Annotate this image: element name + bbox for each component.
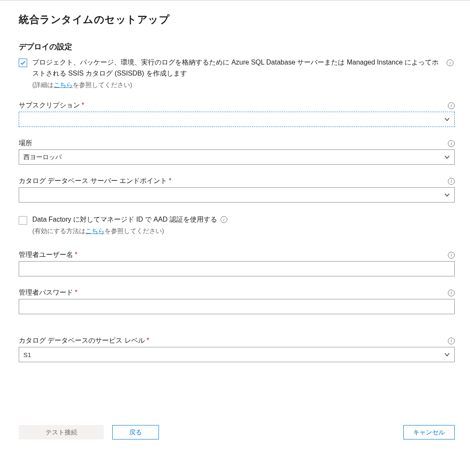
location-value: 西ヨーロッパ (23, 153, 444, 161)
ssisdb-hint-link[interactable]: こちら (54, 81, 73, 88)
info-icon[interactable]: i (448, 252, 455, 259)
chevron-down-icon (444, 154, 450, 160)
info-icon: i (447, 59, 453, 66)
ssisdb-checkbox-row: プロジェクト、パッケージ、環境、実行のログを格納するために Azure SQL … (19, 57, 455, 89)
service-level-select[interactable]: S1 (19, 347, 455, 362)
admin-pass-input[interactable] (19, 299, 455, 314)
info-icon[interactable]: i (448, 140, 455, 147)
subscription-field: サブスクリプション* i (19, 101, 455, 127)
endpoint-label: カタログ データベース サーバー エンドポイント* (19, 177, 172, 186)
admin-user-field: 管理者ユーザー名* i (19, 251, 455, 276)
location-label: 場所 (19, 139, 32, 148)
admin-user-input[interactable] (19, 261, 455, 276)
ssisdb-text-block: プロジェクト、パッケージ、環境、実行のログを格納するために Azure SQL … (32, 57, 440, 89)
location-field: 場所 i 西ヨーロッパ (19, 139, 455, 165)
aad-hint-link[interactable]: こちら (85, 227, 105, 234)
info-icon[interactable]: i (448, 290, 455, 296)
ssisdb-hint: (詳細はこちらを参照してください) (32, 81, 440, 89)
info-icon[interactable]: i (448, 102, 455, 109)
deploy-section-title: デプロイの設定 (19, 42, 455, 52)
chevron-down-icon (444, 116, 450, 122)
page-title: 統合ランタイムのセットアップ (19, 13, 455, 26)
info-icon[interactable]: i (448, 178, 455, 185)
setup-page: 統合ランタイムのセットアップ デプロイの設定 プロジェクト、パッケージ、環境、実… (0, 0, 470, 476)
footer-bar: テスト接続 戻る キャンセル (19, 425, 455, 439)
endpoint-field: カタログ データベース サーバー エンドポイント* i (19, 177, 455, 203)
service-level-field: カタログ データベースのサービス レベル* i S1 (19, 336, 455, 362)
admin-pass-label: 管理者パスワード* (19, 288, 77, 297)
admin-user-label: 管理者ユーザー名* (19, 251, 77, 259)
admin-pass-field: 管理者パスワード* i (19, 288, 455, 314)
aad-checkbox-row: Data Factory に対してマネージド ID で AAD 認証を使用する … (19, 214, 455, 225)
service-level-value: S1 (23, 351, 444, 358)
ssisdb-label: プロジェクト、パッケージ、環境、実行のログを格納するために Azure SQL … (32, 57, 440, 79)
service-level-label: カタログ データベースのサービス レベル* (19, 336, 149, 345)
subscription-label: サブスクリプション* (19, 101, 84, 110)
chevron-down-icon (444, 352, 450, 358)
ssisdb-checkbox[interactable] (19, 59, 27, 67)
ssisdb-info[interactable]: i (445, 59, 455, 66)
aad-label: Data Factory に対してマネージド ID で AAD 認証を使用する … (32, 215, 227, 224)
aad-hint: (有効にする方法はこちらを参照してください) (32, 227, 455, 235)
location-select[interactable]: 西ヨーロッパ (19, 149, 455, 165)
test-connection-button[interactable]: テスト接続 (19, 425, 104, 439)
endpoint-select[interactable] (19, 187, 455, 203)
subscription-select[interactable] (19, 112, 455, 127)
check-icon (20, 60, 26, 66)
aad-checkbox[interactable] (19, 216, 27, 225)
info-icon[interactable]: i (448, 338, 455, 344)
back-button[interactable]: 戻る (112, 425, 159, 439)
cancel-button[interactable]: キャンセル (403, 425, 455, 439)
chevron-down-icon (444, 192, 450, 198)
info-icon[interactable]: i (221, 216, 227, 223)
